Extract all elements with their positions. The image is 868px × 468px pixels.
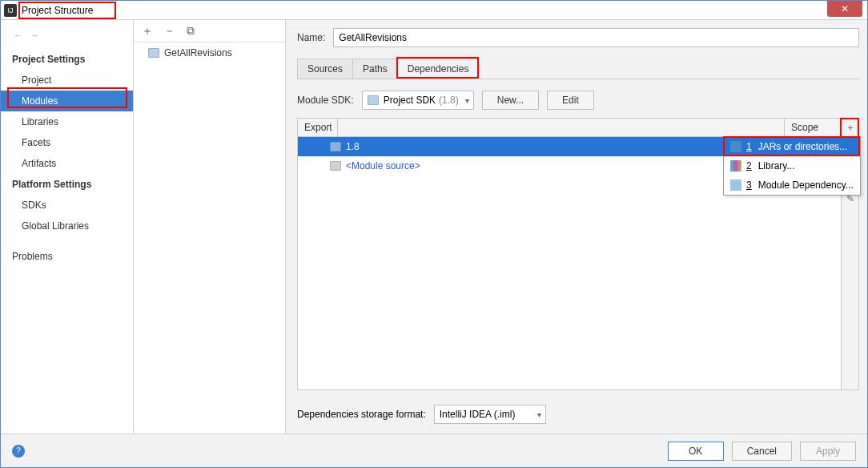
- tab-paths[interactable]: Paths: [353, 58, 398, 79]
- app-icon: IJ: [4, 4, 17, 17]
- module-sdk-value-suffix: (1.8): [439, 95, 459, 106]
- module-sdk-value-prefix: Project SDK: [384, 95, 436, 106]
- window-title: Project Structure: [22, 5, 93, 16]
- sidebar-item-problems[interactable]: Problems: [1, 246, 133, 267]
- popup-item-label: Module Dependency...: [758, 180, 854, 191]
- module-tree-panel: ＋ － ⧉ GetAllRevisions: [134, 20, 286, 434]
- sidebar-item-sdks[interactable]: SDKs: [1, 195, 133, 216]
- sidebar-item-global-libraries[interactable]: Global Libraries: [1, 216, 133, 236]
- module-tree-item[interactable]: GetAllRevisions: [134, 42, 285, 63]
- module-sdk-combo[interactable]: Project SDK (1.8) ▾: [362, 91, 474, 110]
- sidebar-item-modules[interactable]: Modules: [1, 91, 133, 111]
- sidebar-cat-project-settings: Project Settings: [1, 49, 133, 70]
- module-sdk-label: Module SDK:: [297, 95, 354, 106]
- apply-button[interactable]: Apply: [800, 442, 856, 461]
- popup-item-num: 3: [746, 180, 752, 191]
- cancel-button[interactable]: Cancel: [732, 442, 792, 461]
- chevron-down-icon: ▾: [465, 96, 469, 105]
- copy-module-icon[interactable]: ⧉: [187, 24, 195, 38]
- source-folder-icon: [330, 161, 341, 171]
- close-icon: ✕: [841, 3, 849, 14]
- sdk-row-folder-icon: [330, 142, 341, 151]
- storage-format-value: IntelliJ IDEA (.iml): [440, 409, 516, 420]
- popup-item-num: 2: [746, 160, 752, 171]
- nav-arrows: ← →: [1, 25, 133, 49]
- dependencies-table-header: Export Scope ＋: [298, 119, 858, 137]
- dependency-row-label: 1.8: [346, 141, 360, 152]
- module-name-field[interactable]: [333, 28, 859, 47]
- tree-toolbar: ＋ － ⧉: [134, 20, 285, 42]
- help-button[interactable]: ?: [12, 445, 25, 458]
- sidebar-item-project[interactable]: Project: [1, 70, 133, 91]
- name-label: Name:: [297, 32, 325, 43]
- forward-arrow-icon[interactable]: →: [30, 30, 39, 41]
- sidebar-item-facets[interactable]: Facets: [1, 132, 133, 153]
- col-export[interactable]: Export: [298, 119, 338, 136]
- name-row: Name:: [297, 28, 859, 47]
- window-close-button[interactable]: ✕: [827, 1, 862, 17]
- tab-dependencies[interactable]: Dependencies: [398, 58, 480, 79]
- module-tabs: Sources Paths Dependencies: [297, 58, 859, 79]
- module-dep-icon: [730, 180, 741, 191]
- jars-icon: [730, 141, 741, 152]
- edit-sdk-button[interactable]: Edit: [547, 91, 594, 110]
- col-name: [338, 119, 785, 136]
- popup-item-module-dependency[interactable]: 3 Module Dependency...: [724, 176, 860, 195]
- content-area: ← → Project Settings Project Modules Lib…: [1, 20, 867, 434]
- dependency-row-label: <Module source>: [346, 160, 420, 171]
- popup-item-library[interactable]: 2 Library...: [724, 156, 860, 176]
- sidebar-item-libraries[interactable]: Libraries: [1, 111, 133, 132]
- storage-format-label: Dependencies storage format:: [297, 409, 426, 420]
- title-bar: IJ Project Structure ✕: [1, 1, 867, 20]
- new-sdk-button[interactable]: New...: [482, 91, 539, 110]
- library-icon: [730, 160, 741, 171]
- module-sdk-row: Module SDK: Project SDK (1.8) ▾ New... E…: [297, 79, 859, 118]
- module-folder-icon: [148, 48, 159, 58]
- remove-module-icon[interactable]: －: [164, 24, 175, 38]
- add-dependency-popup: 1 JARs or directories... 2 Library... 3 …: [723, 136, 861, 196]
- tab-sources[interactable]: Sources: [297, 58, 353, 79]
- popup-item-jars[interactable]: 1 JARs or directories...: [724, 137, 860, 156]
- sdk-folder-icon: [368, 95, 379, 105]
- popup-item-label: Library...: [758, 160, 795, 171]
- back-arrow-icon[interactable]: ←: [14, 30, 23, 41]
- dialog-button-bar: ? OK Cancel Apply: [1, 434, 867, 467]
- add-dependency-button[interactable]: ＋: [841, 119, 858, 136]
- sidebar-cat-platform-settings: Platform Settings: [1, 174, 133, 195]
- settings-sidebar: ← → Project Settings Project Modules Lib…: [1, 20, 134, 434]
- popup-item-label: JARs or directories...: [758, 141, 847, 152]
- chevron-down-icon: ▾: [537, 410, 541, 419]
- module-tree-item-label: GetAllRevisions: [164, 47, 232, 58]
- module-editor-panel: Name: Sources Paths Dependencies Module …: [286, 20, 867, 434]
- storage-format-combo[interactable]: IntelliJ IDEA (.iml) ▾: [434, 405, 546, 424]
- ok-button[interactable]: OK: [668, 442, 724, 461]
- sidebar-item-artifacts[interactable]: Artifacts: [1, 153, 133, 174]
- popup-item-num: 1: [746, 141, 752, 152]
- storage-format-row: Dependencies storage format: IntelliJ ID…: [297, 398, 859, 434]
- col-scope[interactable]: Scope: [785, 119, 841, 136]
- add-module-icon[interactable]: ＋: [142, 24, 153, 38]
